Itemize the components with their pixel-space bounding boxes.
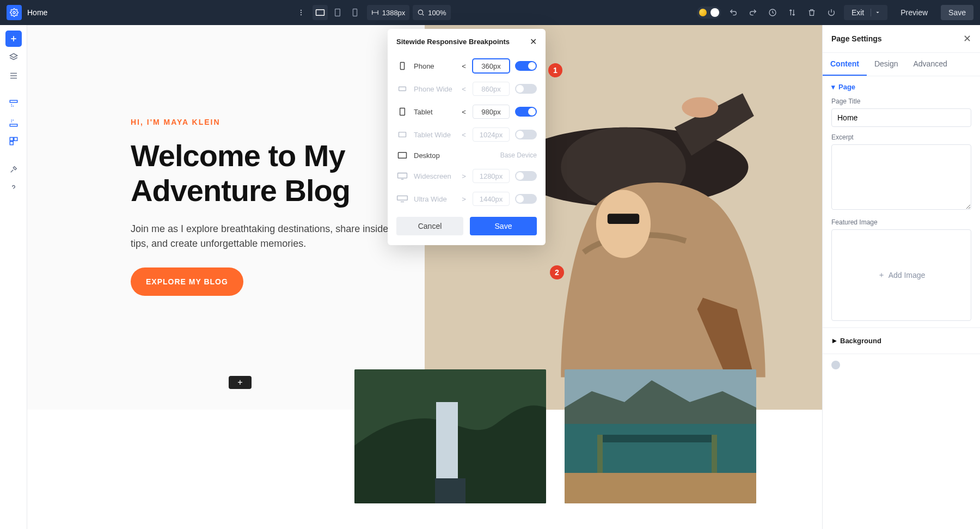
settings-gear-button[interactable] xyxy=(7,5,22,20)
breakpoint-row-widescreen: Widescreen > xyxy=(388,165,546,187)
svg-point-0 xyxy=(13,11,15,14)
tablet-breakpoint-input[interactable] xyxy=(473,105,510,119)
base-device-label: Base Device xyxy=(500,151,537,159)
svg-rect-32 xyxy=(399,153,407,159)
device-tablet-icon[interactable] xyxy=(330,5,345,20)
breakpoint-row-tablet: Tablet < xyxy=(388,100,546,123)
svg-rect-21 xyxy=(435,478,465,503)
tablet-wide-breakpoint-toggle[interactable] xyxy=(515,130,537,139)
device-phone-icon[interactable] xyxy=(347,5,363,20)
svg-rect-10 xyxy=(10,124,17,126)
svg-point-3 xyxy=(301,14,302,15)
left-rail xyxy=(0,25,27,529)
sort-icon[interactable] xyxy=(785,5,799,20)
width-icon xyxy=(371,9,379,16)
tablet-breakpoint-toggle[interactable] xyxy=(515,107,537,117)
power-icon[interactable] xyxy=(824,5,838,20)
phone-wide-breakpoint-toggle[interactable] xyxy=(515,84,537,94)
history-icon[interactable] xyxy=(765,5,780,20)
canvas-zoom-input[interactable]: 100% xyxy=(413,5,450,20)
modal-cancel-button[interactable]: Cancel xyxy=(396,217,463,235)
panel-tabs: Content Design Advanced xyxy=(823,53,980,76)
annotation-2: 2 xyxy=(550,265,564,279)
thumbnail-2[interactable] xyxy=(565,369,756,503)
footer-template-icon[interactable] xyxy=(5,114,22,131)
exit-label: Exit xyxy=(852,8,864,17)
desktop-icon xyxy=(396,150,408,160)
tab-design[interactable]: Design xyxy=(867,53,906,76)
preview-button[interactable]: Preview xyxy=(893,5,935,20)
tablet-wide-breakpoint-input[interactable] xyxy=(473,127,510,142)
svg-rect-30 xyxy=(400,108,405,115)
trash-icon[interactable] xyxy=(805,5,819,20)
ultra-wide-icon xyxy=(396,194,408,204)
theme-toggle[interactable] xyxy=(697,7,721,19)
phone-wide-breakpoint-input[interactable] xyxy=(473,82,510,96)
hero-left-column: HI, I'M MAYA KLEIN Welcome to My Adventu… xyxy=(27,25,425,410)
chevron-down-icon xyxy=(875,10,880,15)
excerpt-label: Excerpt xyxy=(831,133,971,141)
ultra-wide-breakpoint-input[interactable] xyxy=(473,192,510,206)
svg-rect-34 xyxy=(397,196,408,200)
layers-icon[interactable] xyxy=(5,49,22,65)
add-section-button[interactable]: + xyxy=(229,376,252,389)
modal-close-button[interactable]: ✕ xyxy=(530,37,537,47)
right-panel: Page Settings ✕ Content Design Advanced … xyxy=(822,25,980,529)
list-icon[interactable] xyxy=(5,68,22,84)
svg-rect-13 xyxy=(10,142,13,145)
tools-icon[interactable] xyxy=(5,161,22,178)
close-panel-button[interactable]: ✕ xyxy=(963,33,971,45)
excerpt-textarea[interactable] xyxy=(831,144,971,210)
svg-rect-25 xyxy=(597,435,717,442)
breakpoint-row-phone-wide: Phone Wide < xyxy=(388,77,546,100)
hero-cta-button[interactable]: EXPLORE MY BLOG xyxy=(131,267,243,296)
global-blocks-icon[interactable] xyxy=(5,133,22,149)
svg-rect-12 xyxy=(14,137,17,141)
redo-icon[interactable] xyxy=(746,5,760,20)
device-desktop-icon[interactable] xyxy=(313,5,328,20)
help-icon[interactable] xyxy=(5,180,22,196)
section-background-header[interactable]: ▾ Background xyxy=(823,328,980,354)
panel-title: Page Settings xyxy=(831,34,882,43)
breakpoint-row-ultra-wide: Ultra Wide > xyxy=(388,187,546,210)
modal-save-button[interactable]: Save xyxy=(470,217,537,235)
more-vertical-icon[interactable] xyxy=(294,5,308,20)
svg-rect-11 xyxy=(10,137,13,141)
thumbnail-1[interactable] xyxy=(354,369,546,503)
canvas-width-input[interactable]: 1388px xyxy=(367,5,410,20)
phone-breakpoint-toggle[interactable] xyxy=(515,61,537,71)
section-page-header[interactable]: ▾ Page xyxy=(831,83,971,91)
svg-rect-29 xyxy=(399,87,406,90)
header-template-icon[interactable] xyxy=(5,96,22,112)
svg-point-16 xyxy=(682,97,718,118)
add-element-button[interactable] xyxy=(5,31,22,47)
modal-title: Sitewide Responsive Breakpoints xyxy=(396,38,510,46)
tab-advanced[interactable]: Advanced xyxy=(905,53,954,76)
hero-title: Welcome to My Adventure Blog xyxy=(131,138,425,209)
add-featured-image-button[interactable]: ＋ Add Image xyxy=(831,229,971,321)
svg-rect-9 xyxy=(10,100,17,102)
thumbnail-row xyxy=(354,369,756,503)
annotation-1: 1 xyxy=(548,63,562,77)
svg-rect-28 xyxy=(400,63,404,70)
widescreen-icon xyxy=(396,171,408,181)
save-button[interactable]: Save xyxy=(941,5,973,20)
svg-point-2 xyxy=(301,12,302,13)
svg-rect-5 xyxy=(335,9,340,16)
help-dot-icon[interactable] xyxy=(831,361,840,369)
widescreen-breakpoint-toggle[interactable] xyxy=(515,171,537,181)
widescreen-breakpoint-input[interactable] xyxy=(473,169,510,183)
page-title-input[interactable] xyxy=(831,108,971,127)
page-name-label: Home xyxy=(27,8,47,17)
undo-icon[interactable] xyxy=(726,5,740,20)
caret-right-icon: ▾ xyxy=(829,339,839,343)
page-title-label: Page Title xyxy=(831,98,971,105)
svg-rect-27 xyxy=(712,435,717,473)
exit-button[interactable]: Exit xyxy=(844,5,887,20)
tab-content[interactable]: Content xyxy=(823,53,867,76)
caret-down-icon: ▾ xyxy=(831,83,835,91)
svg-rect-18 xyxy=(608,214,639,224)
svg-rect-4 xyxy=(316,10,324,16)
phone-breakpoint-input[interactable] xyxy=(473,59,510,73)
ultra-wide-breakpoint-toggle[interactable] xyxy=(515,194,537,204)
